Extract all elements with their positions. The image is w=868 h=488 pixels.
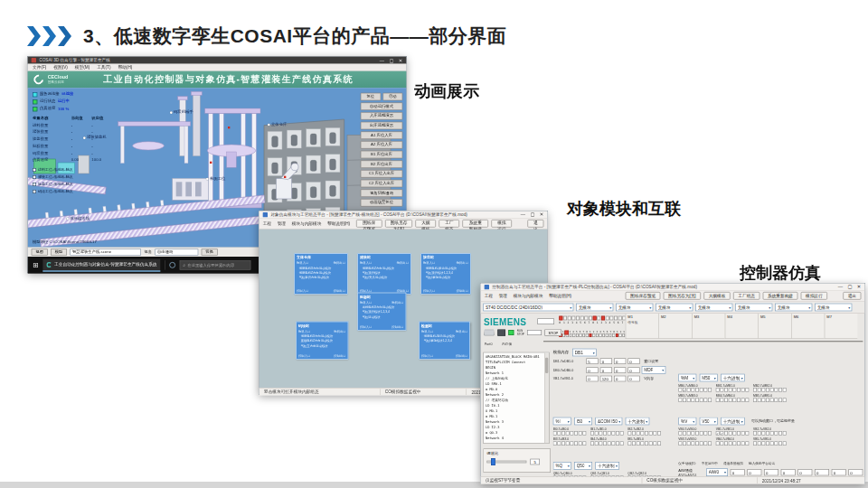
win2-titlebar[interactable]: 对象仿真模块与工艺组态平台 - [智慧灌装生产线-模块组态] - COSAI平台… xyxy=(259,211,548,219)
io-led-checkbox[interactable] xyxy=(606,316,609,321)
bit-checkbox[interactable] xyxy=(778,431,782,436)
control-in-port[interactable]: 控制入口 xyxy=(421,354,433,358)
bit-checkbox[interactable] xyxy=(611,431,615,436)
close-icon[interactable]: ✕ xyxy=(399,58,402,63)
bit-checkbox[interactable] xyxy=(753,431,757,436)
io-led-checkbox[interactable] xyxy=(601,316,605,321)
win2-toolbar-button[interactable]: 图纸另存为[另] xyxy=(385,220,412,228)
io-led-checkbox[interactable] xyxy=(589,316,592,321)
bit-checkbox[interactable] xyxy=(649,431,653,436)
win3-menu-item[interactable]: 帮助说明(H) xyxy=(549,293,571,299)
bit-checkbox[interactable] xyxy=(724,398,728,402)
bit-checkbox[interactable] xyxy=(616,475,619,476)
win2-toolbar-button[interactable]: 图纸保存预览 xyxy=(356,220,382,228)
io-led-checkbox[interactable] xyxy=(579,333,581,337)
bit-checkbox[interactable] xyxy=(608,441,611,446)
start-button-icon[interactable]: ⊞ xyxy=(33,261,39,268)
bit-checkbox[interactable] xyxy=(691,388,694,392)
bit-checkbox[interactable] xyxy=(632,441,636,446)
material-in-port[interactable]: 物料入口 xyxy=(423,261,435,265)
exit-button[interactable]: 退出 xyxy=(527,220,543,228)
bit-checkbox[interactable] xyxy=(566,475,570,476)
value-input[interactable]: 0 xyxy=(627,367,639,373)
bit-checkbox[interactable] xyxy=(724,441,728,446)
bit-checkbox[interactable] xyxy=(582,475,586,476)
channel-value-input[interactable]: 0 xyxy=(848,469,863,475)
win2-toolbar-button[interactable]: 系统重新构建 xyxy=(462,220,488,228)
io-led-checkbox[interactable] xyxy=(576,333,579,337)
win2-toolbar-button[interactable]: 工厂组态 xyxy=(439,220,459,228)
minimize-icon[interactable]: — xyxy=(838,284,843,289)
bit-checkbox[interactable] xyxy=(691,398,694,402)
module-box[interactable]: 灌装站物料入口物料出口伺服电机Z方向运动模块气缸顶升模块气缸/夹爪运动模块控制入… xyxy=(357,253,410,294)
win2-menu-item[interactable]: 模块与内部模块 xyxy=(292,221,322,227)
bit-checkbox[interactable] xyxy=(678,388,682,392)
win3-toolbar-button[interactable]: 系统重新构建 xyxy=(763,292,798,300)
value-input[interactable]: 0 xyxy=(614,376,626,382)
material-in-port[interactable]: 物料入口 xyxy=(360,300,372,304)
control-out-port[interactable]: 控制出口 xyxy=(334,354,345,358)
module-slot[interactable]: M1信号板 xyxy=(626,314,659,339)
bit-checkbox[interactable] xyxy=(729,398,732,402)
bit-checkbox[interactable] xyxy=(687,388,691,392)
material-in-port[interactable]: 物料入口 xyxy=(297,261,308,265)
sensor-check[interactable]: 旋盖工位-传感器-触发 xyxy=(33,182,112,187)
bit-checkbox[interactable] xyxy=(758,398,761,402)
channel-value-input[interactable]: 0 xyxy=(815,469,829,475)
win1-control-button[interactable]: 出库流程演示 xyxy=(361,122,403,130)
bit-checkbox[interactable] xyxy=(720,441,723,446)
value-input[interactable]: 0 xyxy=(614,358,626,364)
bit-checkbox[interactable] xyxy=(761,388,765,392)
io-led-checkbox[interactable] xyxy=(614,316,618,321)
bit-checkbox[interactable] xyxy=(774,388,778,392)
bit-checkbox[interactable] xyxy=(553,431,557,436)
bit-checkbox[interactable] xyxy=(637,475,640,476)
bit-checkbox[interactable] xyxy=(766,441,769,446)
bit-checkbox[interactable] xyxy=(783,398,787,402)
bit-checkbox[interactable] xyxy=(741,431,745,436)
bit-checkbox[interactable] xyxy=(758,431,761,436)
win1-control-button[interactable]: C1 库位入出库 xyxy=(361,170,403,178)
material-out-port[interactable]: 物料出口 xyxy=(457,261,468,265)
group-select[interactable]: 十六进制▾ xyxy=(595,462,619,470)
bit-checkbox[interactable] xyxy=(687,441,691,446)
bit-checkbox[interactable] xyxy=(561,475,565,476)
bit-checkbox[interactable] xyxy=(770,441,774,446)
win1-control-button[interactable]: 复位 xyxy=(361,93,381,101)
bit-checkbox[interactable] xyxy=(703,398,707,402)
value-input[interactable]: 0 xyxy=(586,367,598,373)
io-led-checkbox[interactable] xyxy=(602,333,605,337)
bit-checkbox[interactable] xyxy=(557,475,561,476)
bit-checkbox[interactable] xyxy=(566,431,570,436)
bit-checkbox[interactable] xyxy=(620,441,624,446)
bit-checkbox[interactable] xyxy=(645,431,648,436)
module-box[interactable]: 旋盖站物料入口物料出口伺服电机-旋盖运动模块气缸顶升模块1,2,3,4气缸/单轴… xyxy=(420,253,470,294)
channel-value-input[interactable]: 0 xyxy=(731,469,745,475)
control-out-port[interactable]: 控制出口 xyxy=(392,325,403,329)
io-led-checkbox[interactable] xyxy=(580,316,584,321)
bit-checkbox[interactable] xyxy=(645,441,648,446)
cpu-select[interactable]: ST40 DC/DC/DC (24DI/16DQ)▾ xyxy=(483,304,573,312)
channel-value-input[interactable]: 0 xyxy=(797,469,812,475)
io-led-checkbox[interactable] xyxy=(596,333,599,337)
bit-checkbox[interactable] xyxy=(732,431,736,436)
channel-value-input[interactable]: 0 xyxy=(764,469,778,475)
io-led-checkbox[interactable] xyxy=(582,333,585,337)
io-led-checkbox[interactable] xyxy=(618,316,622,321)
bit-checkbox[interactable] xyxy=(611,475,615,476)
checkbox-icon[interactable] xyxy=(33,175,36,179)
io-led-checkbox[interactable] xyxy=(563,316,567,321)
code-scrollbar[interactable] xyxy=(544,352,549,443)
bit-checkbox[interactable] xyxy=(732,398,736,402)
bit-checkbox[interactable] xyxy=(695,441,699,446)
bit-checkbox[interactable] xyxy=(678,398,682,402)
bit-checkbox[interactable] xyxy=(724,431,728,436)
group-select[interactable]: %V▾ xyxy=(678,418,696,426)
bit-checkbox[interactable] xyxy=(590,441,594,446)
bit-checkbox[interactable] xyxy=(574,475,578,476)
bit-checkbox[interactable] xyxy=(745,431,749,436)
win3-menu-item[interactable]: 模块与内部模块 xyxy=(514,293,543,299)
bit-checkbox[interactable] xyxy=(627,441,631,446)
io-led-checkbox[interactable] xyxy=(593,316,597,321)
checkbox-icon[interactable] xyxy=(33,190,36,193)
